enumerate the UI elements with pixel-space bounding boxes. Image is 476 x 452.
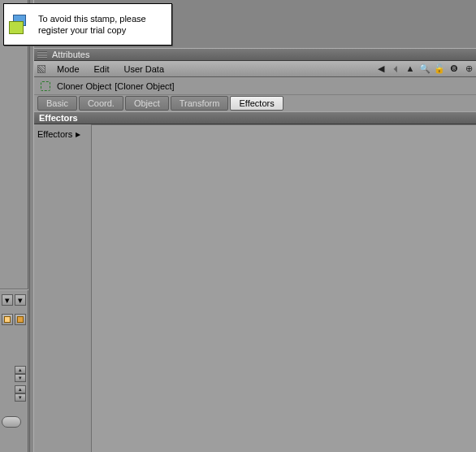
stamp-icon bbox=[9, 13, 32, 36]
tooltip-line2: register your trial copy bbox=[38, 24, 146, 36]
attributes-panel: Attributes Mode Edit User Data ◀ ⏴ ▲ 🔍 🔓… bbox=[34, 48, 476, 452]
field-effectors-label: Effectors ▶ bbox=[37, 129, 88, 139]
search-icon[interactable]: 🔍 bbox=[419, 63, 431, 74]
tab-coord[interactable]: Coord. bbox=[79, 96, 123, 111]
menu-user-data[interactable]: User Data bbox=[118, 63, 171, 76]
tab-effectors[interactable]: Effectors bbox=[230, 96, 283, 111]
effectors-drop-area[interactable] bbox=[91, 124, 476, 452]
trial-stamp-tooltip: To avoid this stamp, please register you… bbox=[3, 3, 172, 46]
tooltip-line1: To avoid this stamp, please bbox=[38, 13, 146, 24]
field-label-text: Effectors bbox=[37, 129, 72, 139]
section-body: Effectors ▶ bbox=[34, 124, 476, 452]
sidebar-divider bbox=[0, 289, 28, 290]
sidebar-tool-2[interactable]: ▾ bbox=[15, 294, 26, 306]
history-icon[interactable]: ❽ bbox=[448, 63, 460, 74]
tooltip-text: To avoid this stamp, please register you… bbox=[38, 13, 146, 36]
panel-title: Attributes bbox=[52, 50, 89, 59]
panel-titlebar[interactable]: Attributes bbox=[34, 48, 476, 61]
tab-transform[interactable]: Transform bbox=[171, 96, 229, 111]
sidebar-tool-row-2 bbox=[2, 314, 26, 325]
chevron-right-icon[interactable]: ▶ bbox=[76, 131, 80, 138]
grip-icon bbox=[37, 51, 47, 59]
panel-toolbar: ◀ ⏴ ▲ 🔍 🔓 ❽ ⊕ bbox=[375, 63, 474, 74]
lock-icon[interactable]: 🔓 bbox=[434, 63, 445, 74]
add-icon[interactable]: ⊕ bbox=[463, 63, 474, 74]
sidebar-tool-1[interactable]: ▾ bbox=[2, 294, 13, 306]
tabs-row: Basic Coord. Object Transform Effectors bbox=[34, 95, 476, 111]
nav-up-icon[interactable]: ▲ bbox=[405, 63, 416, 74]
spinner-1[interactable]: ▴▾ bbox=[15, 366, 26, 382]
nav-fwd-icon[interactable]: ⏴ bbox=[390, 63, 401, 74]
spinner-2[interactable]: ▴▾ bbox=[15, 385, 26, 402]
object-name: [Cloner Object] bbox=[115, 81, 174, 91]
cloner-icon bbox=[39, 80, 52, 93]
menu-edit[interactable]: Edit bbox=[88, 63, 116, 76]
panel-menubar: Mode Edit User Data ◀ ⏴ ▲ 🔍 🔓 ❽ ⊕ bbox=[34, 61, 476, 77]
object-type: Cloner Object bbox=[57, 81, 111, 91]
sidebar-tool-row-1: ▾ ▾ bbox=[2, 294, 26, 306]
label-column: Effectors ▶ bbox=[34, 124, 91, 452]
left-sidebar: ▾ ▾ ▴▾ ▴▾ bbox=[0, 0, 28, 452]
menu-mode[interactable]: Mode bbox=[50, 63, 86, 76]
section-header: Effectors bbox=[34, 111, 476, 124]
sidebar-pill[interactable] bbox=[2, 416, 21, 428]
sidebar-tool-4[interactable] bbox=[15, 314, 26, 325]
sidebar-tool-3[interactable] bbox=[2, 314, 13, 325]
nav-back-icon[interactable]: ◀ bbox=[375, 63, 387, 74]
menubar-grip-icon bbox=[37, 65, 45, 73]
object-header: Cloner Object [Cloner Object] bbox=[34, 77, 476, 95]
tab-basic[interactable]: Basic bbox=[37, 96, 77, 111]
tab-object[interactable]: Object bbox=[125, 96, 169, 111]
